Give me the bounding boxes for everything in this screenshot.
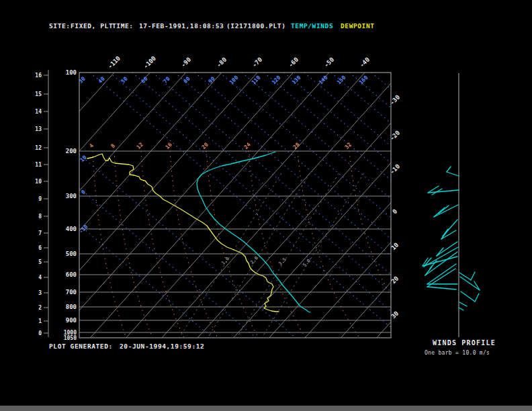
top-temp-label: -110 [107, 55, 122, 70]
isotherm-line [305, 73, 532, 338]
dewpoint-polyline [87, 154, 279, 312]
height-label: 6 [38, 245, 42, 251]
plot-generated-label: PLOT GENERATED: [49, 342, 113, 350]
height-label: 16 [35, 73, 42, 79]
dry-adiabat-line [304, 73, 532, 338]
isotherm-line [377, 73, 532, 338]
right-temperature-labels: -30-20-100102030 [389, 94, 402, 320]
skewt-app-window: SITE: FIXED, PLT TIME: 17-FEB-1991,18:08… [0, 0, 532, 411]
wind-barb-segment [459, 302, 467, 306]
height-label: 3 [38, 290, 42, 296]
dry-adiabat-line [242, 73, 532, 338]
dry-adiabat-label: 70 [163, 76, 171, 85]
temperature-polyline [197, 152, 310, 312]
temperature-trace [197, 152, 310, 312]
right-temp-label: 20 [390, 275, 400, 285]
moist-adiabat-line [141, 151, 184, 338]
right-temp-label: -10 [389, 163, 402, 176]
dry-adiabat-label: 110 [251, 75, 262, 86]
height-label: 8 [38, 214, 42, 220]
height-label: 4 [38, 275, 42, 281]
moist-adiabat-label: 24 [243, 142, 252, 150]
isotherm-line [162, 73, 401, 338]
pressure-label: 900 [66, 317, 77, 324]
bottom-bar [0, 406, 532, 411]
dry-adiabat-line [90, 73, 403, 338]
wind-barb-segment [461, 291, 475, 302]
dewpoint-trace [87, 154, 279, 312]
isotherm-line [197, 73, 437, 338]
height-label: 12 [35, 145, 42, 151]
isotherm-line [126, 73, 365, 338]
dry-adiabat-line [331, 73, 532, 338]
wind-barb-profile [423, 73, 480, 337]
height-label: 0 [38, 330, 42, 336]
right-temp-label: 30 [390, 310, 400, 320]
height-label: 5 [38, 259, 42, 265]
dry-adiabat-label: 10 [79, 154, 88, 163]
dry-adiabat-label: 50 [120, 76, 129, 85]
pressure-label: 100 [66, 69, 77, 76]
height-label: 11 [35, 162, 42, 168]
dry-adiabat-label: 150 [336, 75, 347, 86]
pressure-label: 600 [66, 271, 77, 278]
wind-barb-segment [434, 205, 458, 217]
dry-adiabat-label: 80 [183, 76, 191, 85]
pressure-label: 1050 [64, 335, 77, 341]
pressure-label: 200 [66, 148, 77, 154]
dry-adiabat-label: 60 [140, 76, 149, 85]
moist-adiabat-line [114, 151, 152, 338]
pressure-axis-labels: 10020030040050060070080090010001050 [64, 69, 77, 341]
height-label: 14 [35, 109, 42, 115]
height-label: 10 [35, 179, 42, 185]
height-axis: 012345678910111213141516 [35, 70, 48, 337]
height-label: 7 [38, 230, 42, 236]
height-label: 2 [38, 305, 42, 311]
winds-barb-legend: One barb = 10.0 m/s [425, 350, 490, 356]
wind-barb-segment [447, 167, 451, 172]
pressure-label: 500 [66, 250, 77, 257]
height-label: 1 [38, 318, 42, 324]
dry-adiabat-line [152, 73, 466, 338]
pressure-label: 800 [66, 304, 77, 310]
top-temp-label: -50 [323, 56, 336, 69]
top-temp-label: -100 [142, 55, 157, 70]
isotherm-lines [0, 73, 532, 338]
wind-barb-segment [460, 277, 480, 290]
wind-barb-segment [459, 308, 463, 310]
dry-adiabat-line [264, 73, 532, 338]
moist-adiabat-line [206, 151, 259, 338]
pressure-label: 400 [66, 226, 77, 232]
moist-adiabat-label: 4 [88, 142, 95, 149]
dry-adiabat-line [79, 225, 212, 338]
winds-profile-title: WINDS PROFILE [433, 339, 496, 347]
moist-adiabat-label: 28 [292, 142, 301, 150]
moist-adiabat-label: 32 [344, 142, 353, 150]
top-temp-label: -80 [216, 56, 228, 69]
dry-adiabat-line [284, 73, 532, 338]
moist-adiabat-label: 16 [165, 142, 173, 150]
top-temp-label: -90 [180, 56, 193, 69]
moist-adiabat-line [298, 151, 359, 338]
moist-adiabat-label: 12 [136, 142, 144, 150]
pressure-label: 700 [66, 289, 77, 295]
isotherm-line [234, 73, 473, 338]
background-lines: 30405060708090100110120130140150160100-1… [0, 73, 532, 338]
moist-adiabat-label: 8 [109, 142, 116, 149]
in-plot-labels: 30405060708090100110120130140150160100-1… [78, 75, 369, 268]
dry-adiabat-label: 140 [318, 75, 329, 86]
right-temp-label: 10 [390, 242, 400, 252]
dry-adiabat-label: 0 [80, 189, 87, 195]
moist-adiabat-line [349, 151, 416, 338]
top-temp-label: -40 [359, 56, 371, 69]
top-temp-label: -60 [287, 56, 300, 69]
dry-adiabat-label: 100 [228, 75, 240, 86]
top-temperature-labels: -110-100-90-80-70-60-50-40 [107, 55, 371, 70]
isotherm-line [0, 73, 222, 338]
dry-adiabat-label: 130 [291, 75, 302, 86]
mixing-ratio-line [262, 173, 364, 338]
pressure-label: 300 [66, 193, 77, 199]
isotherm-line [0, 73, 150, 338]
mixing-ratio-label: 5.0 [302, 258, 312, 268]
dry-adiabat-line [79, 154, 296, 338]
